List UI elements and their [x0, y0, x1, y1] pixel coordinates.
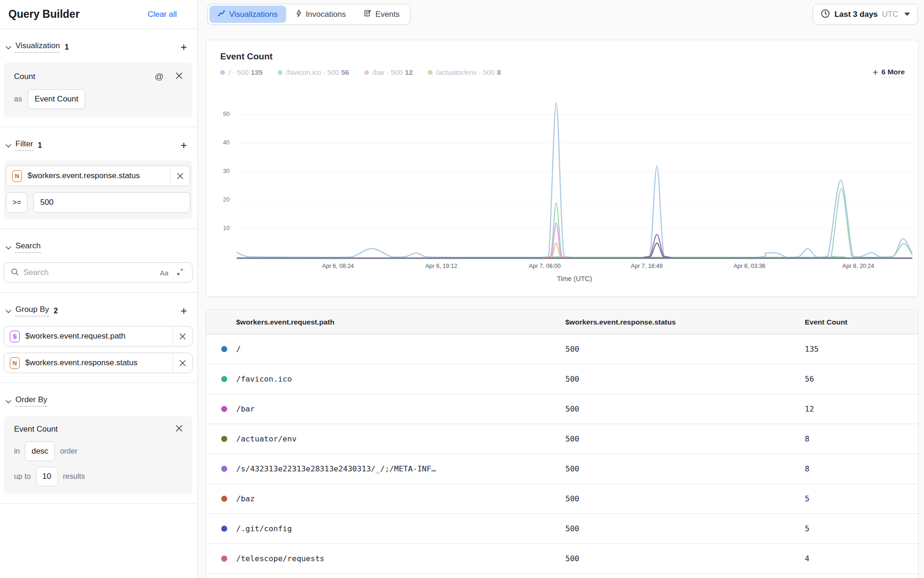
query-builder-sidebar: Query Builder Clear all Visualization 1 … — [0, 0, 198, 578]
cell-count: 8 — [805, 464, 918, 473]
series-color-dot — [221, 556, 227, 562]
tab-events[interactable]: Events — [355, 6, 408, 23]
order-field-name: Event Count — [14, 425, 58, 434]
remove-visualization-icon[interactable] — [176, 72, 182, 81]
series-color-dot — [221, 346, 227, 352]
case-sensitive-toggle[interactable]: Aa — [160, 269, 168, 277]
legend-item[interactable]: /actuator/env · 5008 — [428, 68, 501, 76]
table-row[interactable]: /favicon.ico50056 — [206, 364, 918, 394]
clock-icon — [821, 9, 830, 20]
y-tick-label: 20 — [206, 196, 230, 203]
visualization-label[interactable]: Visualization — [15, 41, 60, 53]
cell-status: 500 — [565, 405, 805, 413]
cell-status: 500 — [565, 494, 805, 503]
order-by-section: Order By Event Count in desc order up to… — [0, 383, 197, 503]
filter-label[interactable]: Filter — [15, 139, 33, 151]
number-type-badge: N — [12, 170, 22, 182]
alias-input[interactable]: Event Count — [28, 89, 86, 109]
y-tick-label: 40 — [206, 139, 230, 146]
filter-field-row[interactable]: N $workers.event.response.status — [6, 166, 190, 186]
cell-status: 500 — [565, 345, 805, 354]
table-row[interactable]: /actuator/env5008 — [206, 424, 918, 454]
group-by-section: Group By 2 + S$workers.event.request.pat… — [0, 293, 197, 383]
group-by-label[interactable]: Group By — [15, 305, 49, 317]
timezone-label: UTC — [882, 10, 898, 19]
chevron-down-icon[interactable] — [6, 43, 11, 51]
search-placeholder: Search — [23, 268, 49, 277]
add-visualization-button[interactable]: + — [180, 43, 187, 51]
legend-count: 12 — [405, 68, 413, 76]
svg-text:*: * — [180, 267, 183, 275]
legend-more-button[interactable]: + 6 More — [873, 67, 905, 78]
cell-status: 500 — [565, 375, 805, 383]
legend-count: 56 — [341, 68, 349, 76]
cell-path: /.git/config — [236, 524, 565, 533]
cell-path: /baz — [236, 494, 565, 503]
legend-dot — [278, 70, 282, 75]
time-range-selector[interactable]: Last 3 days UTC — [813, 4, 918, 25]
table-row[interactable]: /telescope/requests5004 — [206, 544, 918, 574]
series-color-dot — [221, 436, 227, 442]
table-body: /500135/favicon.ico50056/bar50012/actuat… — [206, 334, 918, 574]
visualization-card: Count @ as Event Count — [4, 62, 193, 117]
legend-item[interactable]: / · 500135 — [220, 68, 263, 76]
search-input[interactable]: Search Aa * — [4, 262, 193, 283]
chevron-down-icon[interactable] — [6, 307, 11, 315]
table-row[interactable]: /500135 — [206, 334, 918, 364]
add-group-by-button[interactable]: + — [180, 307, 187, 315]
remove-group-by-icon[interactable] — [173, 353, 192, 373]
legend-text: /favicon.ico · 500 — [286, 68, 339, 76]
add-filter-button[interactable]: + — [180, 141, 187, 150]
legend-item[interactable]: /favicon.ico · 50056 — [278, 68, 349, 76]
table-row[interactable]: /.git/config5005 — [206, 514, 918, 544]
order-direction-select[interactable]: desc — [25, 441, 55, 461]
cell-path: /actuator/env — [236, 434, 565, 443]
legend-count: 135 — [251, 68, 263, 76]
chart-title: Event Count — [220, 51, 273, 62]
more-label: 6 More — [881, 68, 905, 78]
order-label: order — [60, 447, 77, 455]
cell-count: 5 — [805, 494, 918, 503]
legend-item[interactable]: /bar · 50012 — [364, 68, 413, 76]
up-to-label: up to — [14, 472, 31, 481]
clear-all-link[interactable]: Clear all — [148, 10, 177, 19]
search-label[interactable]: Search — [15, 241, 41, 253]
visualization-section: Visualization 1 + Count @ as Event Count — [0, 29, 197, 127]
line-chart-icon — [218, 10, 225, 19]
order-by-card: Event Count in desc order up to 10 resul… — [4, 416, 193, 494]
chevron-down-icon[interactable] — [6, 243, 11, 252]
x-axis-title: Time (UTC) — [237, 275, 912, 282]
cell-count: 4 — [805, 554, 918, 563]
table-row[interactable]: /s/432313e22313e28313e2430313/_/;/META-I… — [206, 454, 918, 484]
chevron-down-icon[interactable] — [6, 397, 11, 405]
regex-toggle-icon[interactable]: * — [176, 267, 186, 278]
column-header-count[interactable]: Event Count — [805, 318, 918, 326]
remove-group-by-icon[interactable] — [173, 326, 192, 346]
y-tick-label: 50 — [206, 111, 230, 117]
remove-order-by-icon[interactable] — [176, 425, 182, 434]
limit-input[interactable]: 10 — [36, 467, 58, 486]
table-row[interactable]: /baz5005 — [206, 484, 918, 514]
column-header-status[interactable]: $workers.event.response.status — [565, 318, 805, 326]
line-chart[interactable] — [237, 100, 912, 260]
filter-value-input[interactable]: 500 — [33, 192, 190, 213]
cell-path: /favicon.ico — [236, 375, 565, 383]
group-by-field-row[interactable]: S$workers.event.request.path — [4, 326, 193, 347]
column-header-path[interactable]: $workers.event.request.path — [236, 318, 565, 326]
tab-visualizations[interactable]: Visualizations — [209, 6, 286, 23]
remove-filter-icon[interactable] — [170, 166, 190, 186]
cell-count: 135 — [805, 345, 918, 354]
tab-label: Invocations — [306, 10, 346, 19]
x-tick-label: Apr 7, 06:00 — [529, 263, 561, 269]
tab-invocations[interactable]: Invocations — [287, 6, 354, 23]
filter-operator-select[interactable]: >= — [6, 192, 28, 213]
group-by-field-row[interactable]: N$workers.event.response.status — [4, 353, 193, 373]
metric-name[interactable]: Count — [14, 72, 35, 81]
series-color-dot — [221, 526, 227, 532]
alias-at-icon[interactable]: @ — [155, 72, 164, 82]
order-by-label[interactable]: Order By — [15, 395, 47, 407]
chart-panel: Event Count / · 500135/favicon.ico · 500… — [206, 40, 918, 297]
filter-section: Filter 1 + N $workers.event.response.sta… — [0, 127, 197, 229]
chevron-down-icon[interactable] — [6, 141, 11, 150]
table-row[interactable]: /bar50012 — [206, 394, 918, 424]
